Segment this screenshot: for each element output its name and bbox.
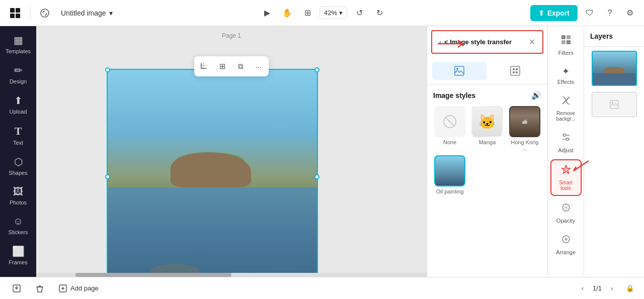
- help-btn[interactable]: ?: [602, 5, 618, 21]
- layout-tool-btn[interactable]: ⊞: [299, 5, 315, 21]
- style-item-none[interactable]: None: [433, 106, 466, 151]
- h-scrollbar[interactable]: [36, 273, 427, 277]
- water: [108, 187, 317, 277]
- filters-label: Filters: [558, 50, 574, 56]
- adjust-icon: [560, 132, 572, 145]
- panel-item-adjust[interactable]: Adjust: [550, 128, 582, 157]
- adjust-label: Adjust: [558, 147, 574, 153]
- left-sidebar: ▦ Templates ✏ Design ⬆ Upload T Text ⬡ S…: [0, 26, 36, 277]
- settings-btn[interactable]: ⚙: [622, 5, 638, 21]
- delete-btn[interactable]: [31, 282, 48, 295]
- style-thumb-hongkong: 🏙: [509, 106, 540, 137]
- panel-item-effects[interactable]: ✦ Effects: [550, 62, 582, 89]
- style-panel-title: ‹ < Image style transfer: [439, 38, 512, 46]
- undo-btn[interactable]: ↺: [351, 5, 367, 21]
- page-nav: ‹ 1/1 ›: [577, 282, 618, 294]
- canvas-image: [108, 70, 317, 277]
- sidebar-item-photos[interactable]: 🖼 Photos: [3, 182, 33, 210]
- style-item-hongkong[interactable]: 🏙 Hong Kong ...: [508, 106, 541, 151]
- sidebar-item-more[interactable]: ···: [3, 273, 33, 277]
- prev-page-btn[interactable]: ‹: [577, 282, 589, 294]
- handle-top-right[interactable]: [314, 67, 319, 72]
- shapes-label: Shapes: [9, 170, 27, 176]
- redo-btn[interactable]: ↻: [371, 5, 387, 21]
- canvas-area[interactable]: Page 1 ⊞ ⧉ ···: [36, 26, 427, 277]
- page-label: Page 1: [222, 32, 241, 39]
- next-page-btn[interactable]: ›: [606, 282, 618, 294]
- design-icon: ✏: [14, 64, 23, 76]
- shield-btn[interactable]: 🛡: [582, 5, 598, 21]
- svg-point-6: [456, 68, 458, 70]
- templates-icon: ▦: [14, 34, 23, 46]
- panel-item-opacity[interactable]: Opacity: [550, 198, 582, 228]
- layer-item-1[interactable]: [592, 51, 637, 86]
- handle-mid-right[interactable]: [314, 174, 319, 179]
- style-tab-image[interactable]: [432, 62, 487, 80]
- canvas-page-wrap: Page 1 ⊞ ⧉ ···: [36, 26, 427, 277]
- export-button[interactable]: ⬆ Export: [530, 5, 578, 21]
- remove-bg-icon: [560, 95, 572, 109]
- save-icon-btn[interactable]: [37, 5, 53, 21]
- opacity-label: Opacity: [556, 218, 575, 224]
- style-tab-adjust[interactable]: [489, 62, 543, 80]
- sidebar-item-frames[interactable]: ⬜ Frames: [3, 241, 33, 269]
- select-tool-btn[interactable]: ▶: [259, 5, 275, 21]
- crop-btn[interactable]: [196, 58, 212, 74]
- opacity-icon: [560, 202, 572, 216]
- sidebar-item-upload[interactable]: ⬆ Upload: [3, 90, 33, 119]
- layers-title: Layers: [584, 26, 644, 47]
- more-btn[interactable]: ···: [251, 58, 267, 74]
- svg-rect-2: [10, 14, 15, 18]
- panel-item-remove-bg[interactable]: Remove backgr...: [550, 91, 582, 126]
- back-icon: ‹: [439, 39, 441, 46]
- panel-item-filters[interactable]: Filters: [550, 30, 582, 60]
- right-panel: Filters ✦ Effects Remove backgr...: [547, 26, 584, 277]
- panel-item-smart-tools[interactable]: Smart tools: [550, 159, 582, 196]
- stickers-icon: ☺: [13, 216, 23, 227]
- svg-point-28: [611, 102, 613, 104]
- topbar: Untitled image ▾ ▶ ✋ ⊞ 42% ▾ ↺ ↻ ⬆ Expor…: [0, 0, 644, 26]
- hand-tool-btn[interactable]: ✋: [279, 5, 295, 21]
- handle-top-left[interactable]: [105, 67, 110, 72]
- design-label: Design: [10, 78, 27, 84]
- canvas-image-container[interactable]: [107, 69, 318, 277]
- effects-label: Effects: [557, 79, 574, 85]
- svg-rect-16: [561, 40, 566, 44]
- download-btn[interactable]: [8, 282, 25, 295]
- add-page-label: Add page: [70, 284, 99, 292]
- style-label-oil: Oil painting: [436, 188, 464, 194]
- lock-btn[interactable]: 🔒: [624, 282, 636, 294]
- zoom-selector[interactable]: 42% ▾: [319, 7, 347, 19]
- style-item-manga[interactable]: 🐱 Manga: [470, 106, 504, 151]
- frames-label: Frames: [9, 259, 27, 265]
- layers-panel: Layers: [584, 26, 644, 277]
- flip-btn[interactable]: ⧉: [232, 58, 249, 74]
- sidebar-item-design[interactable]: ✏ Design: [3, 60, 33, 88]
- file-title[interactable]: Untitled image ▾: [57, 7, 117, 19]
- smart-tools-icon: [560, 164, 572, 178]
- sidebar-item-text[interactable]: T Text: [3, 121, 33, 150]
- add-page-btn[interactable]: Add page: [54, 282, 103, 295]
- filters-icon: [560, 34, 572, 48]
- align-btn[interactable]: ⊞: [214, 58, 230, 74]
- panel-item-arrange[interactable]: Arrange: [550, 230, 582, 259]
- svg-point-19: [563, 134, 566, 137]
- frames-icon: ⬜: [12, 245, 25, 257]
- handle-mid-left[interactable]: [105, 174, 110, 179]
- text-icon: T: [15, 125, 22, 138]
- topbar-center: ▶ ✋ ⊞ 42% ▾ ↺ ↻: [121, 5, 526, 21]
- svg-rect-1: [16, 8, 20, 13]
- sidebar-item-shapes[interactable]: ⬡ Shapes: [3, 152, 33, 180]
- style-item-oil[interactable]: Oil painting: [433, 155, 466, 194]
- style-transfer-panel: ‹ < Image style transfer ✕: [427, 26, 547, 277]
- layer-item-2[interactable]: [592, 92, 637, 117]
- style-tabs: [427, 58, 547, 84]
- sidebar-item-stickers[interactable]: ☺ Stickers: [3, 212, 33, 239]
- style-thumb-oil: [434, 155, 465, 186]
- style-panel-close-btn[interactable]: ✕: [529, 37, 535, 47]
- sidebar-item-templates[interactable]: ▦ Templates: [3, 30, 33, 58]
- export-icon: ⬆: [538, 9, 544, 17]
- svg-rect-8: [513, 68, 515, 70]
- app-logo: [6, 4, 24, 22]
- svg-point-4: [41, 9, 49, 17]
